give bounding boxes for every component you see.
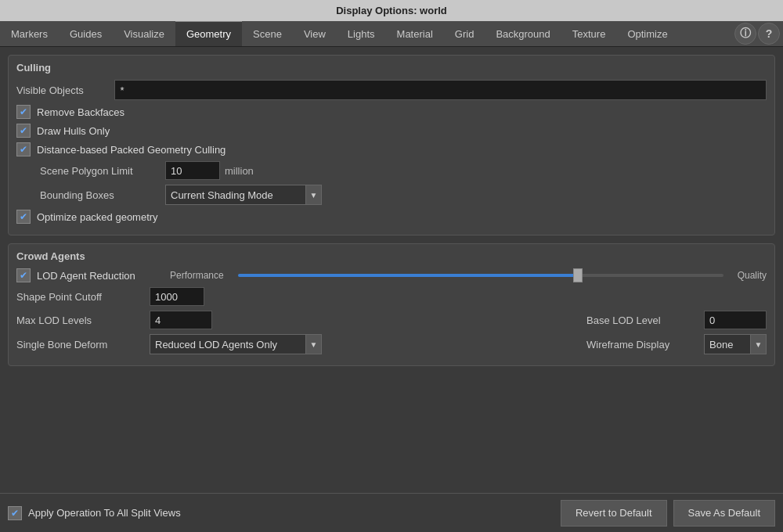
revert-to-default-button[interactable]: Revert to Default bbox=[561, 500, 667, 527]
max-lod-input[interactable] bbox=[150, 311, 212, 329]
single-bone-select-wrap[interactable]: Reduced LOD Agents Only All Agents None … bbox=[150, 334, 322, 354]
title-bar: Display Options: world bbox=[0, 0, 783, 21]
distance-culling-checkbox[interactable] bbox=[16, 142, 31, 156]
tab-scene[interactable]: Scene bbox=[242, 22, 293, 46]
single-bone-select-arrow: ▼ bbox=[305, 335, 321, 354]
scene-polygon-label: Scene Polygon Limit bbox=[40, 165, 165, 177]
optimize-packed-checkbox[interactable] bbox=[16, 210, 31, 224]
apply-operation-label: Apply Operation To All Split Views bbox=[28, 507, 181, 519]
tab-visualize[interactable]: Visualize bbox=[113, 22, 175, 46]
tab-markers[interactable]: Markers bbox=[0, 22, 59, 46]
remove-backfaces-row: Remove Backfaces bbox=[16, 105, 767, 119]
shape-point-label: Shape Point Cutoff bbox=[16, 291, 142, 303]
crowd-agents-title: Crowd Agents bbox=[16, 250, 767, 262]
draw-hulls-label: Draw Hulls Only bbox=[37, 125, 110, 137]
wireframe-select-arrow: ▼ bbox=[750, 335, 766, 354]
remove-backfaces-checkbox[interactable] bbox=[16, 105, 31, 119]
lod-slider-container bbox=[232, 274, 730, 277]
bounding-boxes-select-wrap[interactable]: Current Shading Mode Always Never ▼ bbox=[165, 185, 322, 205]
bounding-boxes-select[interactable]: Current Shading Mode Always Never bbox=[166, 188, 305, 203]
visible-objects-label: Visible Objects bbox=[16, 84, 111, 96]
lod-row: LOD Agent Reduction Performance Quality bbox=[16, 268, 767, 282]
bottom-bar: Apply Operation To All Split Views Rever… bbox=[0, 493, 783, 532]
main-content: Culling Visible Objects Remove Backfaces… bbox=[0, 47, 783, 483]
optimize-packed-label: Optimize packed geometry bbox=[37, 211, 158, 223]
culling-title: Culling bbox=[16, 62, 767, 74]
tab-icon-group: ⓘ ? bbox=[734, 23, 783, 45]
tab-material[interactable]: Material bbox=[386, 22, 444, 46]
scene-polygon-input[interactable] bbox=[165, 161, 220, 180]
remove-backfaces-label: Remove Backfaces bbox=[37, 106, 124, 118]
scene-polygon-unit: million bbox=[225, 165, 254, 177]
lod-slider-thumb[interactable] bbox=[573, 268, 583, 282]
base-lod-label: Base LOD Level bbox=[586, 315, 696, 326]
bounding-boxes-select-arrow: ▼ bbox=[305, 185, 321, 204]
visible-objects-row: Visible Objects bbox=[16, 80, 767, 100]
wireframe-select-wrap[interactable]: Bone None All ▼ bbox=[704, 334, 767, 354]
visible-objects-input[interactable] bbox=[114, 80, 767, 100]
wireframe-select[interactable]: Bone None All bbox=[705, 337, 750, 352]
tab-texture[interactable]: Texture bbox=[561, 22, 617, 46]
bounding-boxes-row: Bounding Boxes Current Shading Mode Alwa… bbox=[40, 185, 767, 205]
info-icon-button[interactable]: ⓘ bbox=[734, 23, 756, 45]
distance-culling-label: Distance-based Packed Geometry Culling bbox=[37, 144, 226, 156]
window-title: Display Options: world bbox=[336, 5, 447, 16]
shape-point-input[interactable] bbox=[150, 287, 204, 306]
single-bone-select[interactable]: Reduced LOD Agents Only All Agents None bbox=[150, 337, 305, 352]
lod-checkbox[interactable] bbox=[16, 268, 31, 282]
single-bone-row: Single Bone Deform Reduced LOD Agents On… bbox=[16, 334, 767, 354]
apply-operation-checkbox[interactable] bbox=[8, 506, 22, 520]
apply-operation-row: Apply Operation To All Split Views bbox=[8, 506, 554, 520]
tab-lights[interactable]: Lights bbox=[337, 22, 386, 46]
distance-culling-row: Distance-based Packed Geometry Culling bbox=[16, 142, 767, 156]
tab-grid[interactable]: Grid bbox=[444, 22, 485, 46]
slider-performance-label: Performance bbox=[170, 270, 224, 281]
tab-view[interactable]: View bbox=[293, 22, 337, 46]
bounding-boxes-label: Bounding Boxes bbox=[40, 189, 165, 201]
tab-bar: Markers Guides Visualize Geometry Scene … bbox=[0, 21, 783, 47]
wireframe-label: Wireframe Display bbox=[586, 339, 696, 350]
lod-levels-row: Max LOD Levels Base LOD Level bbox=[16, 311, 767, 329]
crowd-agents-section: Crowd Agents LOD Agent Reduction Perform… bbox=[8, 243, 775, 366]
shape-point-row: Shape Point Cutoff bbox=[16, 287, 767, 306]
draw-hulls-checkbox[interactable] bbox=[16, 124, 31, 138]
draw-hulls-row: Draw Hulls Only bbox=[16, 124, 767, 138]
scene-polygon-row: Scene Polygon Limit million bbox=[40, 161, 767, 180]
tab-background[interactable]: Background bbox=[485, 22, 561, 46]
slider-quality-label: Quality bbox=[738, 270, 767, 281]
max-lod-label: Max LOD Levels bbox=[16, 315, 142, 326]
base-lod-input[interactable] bbox=[704, 311, 767, 329]
lod-label: LOD Agent Reduction bbox=[37, 270, 154, 282]
tab-geometry[interactable]: Geometry bbox=[175, 21, 242, 46]
single-bone-label: Single Bone Deform bbox=[16, 339, 142, 350]
culling-section: Culling Visible Objects Remove Backfaces… bbox=[8, 55, 775, 235]
help-icon-button[interactable]: ? bbox=[758, 23, 780, 45]
tab-guides[interactable]: Guides bbox=[59, 22, 113, 46]
save-as-default-button[interactable]: Save As Default bbox=[673, 500, 776, 527]
lod-slider-track[interactable] bbox=[238, 274, 723, 277]
tab-optimize[interactable]: Optimize bbox=[616, 22, 678, 46]
optimize-packed-row: Optimize packed geometry bbox=[16, 210, 767, 224]
